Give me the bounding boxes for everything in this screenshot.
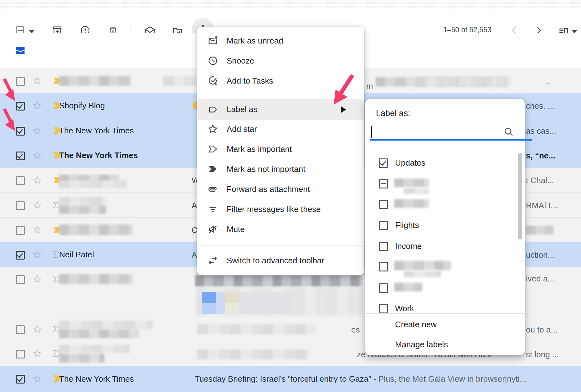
checkbox-unchecked-icon[interactable] — [379, 283, 388, 293]
popup-scrollbar-thumb[interactable] — [518, 153, 522, 240]
redacted-label — [394, 178, 429, 187]
star-icon[interactable] — [33, 374, 42, 383]
email-row-selected[interactable]: The New York Times Tuesday Briefing: Isr… — [0, 366, 581, 392]
label-option-income[interactable]: Income — [365, 237, 512, 257]
sender-name: The New York Times — [59, 126, 134, 136]
checkbox-unchecked-icon[interactable] — [379, 262, 388, 271]
thumbnail-block — [239, 292, 293, 314]
thumbnail-block — [225, 303, 239, 314]
menu-item-mark-as-unread[interactable]: Mark as unread — [197, 31, 364, 51]
snippet-fragment: uction... — [526, 250, 554, 260]
menu-item-filter-messages[interactable]: Filter messages like these — [197, 199, 364, 219]
redacted-sender — [59, 345, 130, 353]
redacted-text — [195, 275, 362, 286]
manage-labels-button[interactable]: Manage labels — [395, 340, 448, 349]
redacted-sender — [59, 321, 153, 329]
row-checkbox[interactable] — [16, 325, 25, 334]
more-options-context-menu: Mark as unread Snooze Add to Tasks — [197, 27, 364, 275]
star-icon[interactable] — [33, 274, 42, 284]
snippet-fragment: ches. ... — [526, 101, 554, 111]
gmail-inbox-screenshot: 1–50 of 52,553 Primary — [0, 0, 581, 392]
menu-item-snooze[interactable]: Snooze — [197, 51, 364, 71]
label-option-work[interactable]: Work — [365, 299, 512, 313]
label-option-redacted[interactable] — [365, 174, 512, 194]
menu-item-label: Add to Tasks — [227, 76, 273, 86]
redacted-label — [404, 271, 441, 277]
add-to-tasks-icon — [208, 75, 218, 86]
menu-item-label: Forward as attachment — [227, 184, 310, 194]
row-checkbox-checked[interactable] — [16, 251, 25, 260]
star-icon[interactable] — [33, 250, 42, 259]
subject-fragment: es — [351, 325, 360, 335]
star-icon[interactable] — [33, 151, 42, 160]
row-checkbox-checked[interactable] — [16, 152, 25, 160]
decorative-pattern — [0, 0, 581, 9]
label-option-flights[interactable]: Flights — [365, 216, 512, 236]
checkbox-unchecked-icon[interactable] — [379, 221, 388, 230]
not-important-icon — [208, 164, 218, 174]
redacted-sender — [59, 180, 126, 188]
row-checkbox[interactable] — [16, 226, 25, 235]
row-checkbox-checked[interactable] — [16, 102, 25, 111]
subject-fragment: A — [192, 201, 197, 210]
menu-item-forward-as-attachment[interactable]: Forward as attachment — [197, 179, 364, 199]
snippet-fragment: .. — [547, 76, 551, 86]
search-icon — [503, 126, 514, 137]
email-snippet: - Plus, the Met Gala View in browser|nyt… — [371, 374, 527, 384]
redacted-text — [197, 349, 309, 359]
redacted-text — [526, 226, 553, 235]
menu-divider — [197, 98, 364, 98]
important-icon — [208, 144, 218, 154]
row-checkbox[interactable] — [16, 176, 25, 185]
star-icon[interactable] — [33, 324, 42, 334]
submenu-arrow-icon — [341, 106, 346, 113]
redacted-label — [394, 283, 422, 291]
row-checkbox[interactable] — [16, 201, 25, 210]
menu-item-mute[interactable]: Mute — [197, 219, 364, 239]
checkbox-unchecked-icon[interactable] — [379, 242, 388, 251]
label-option-redacted[interactable] — [365, 278, 512, 298]
menu-item-add-to-tasks[interactable]: Add to Tasks — [197, 71, 364, 91]
label-option-updates[interactable]: Updates — [365, 153, 512, 173]
thumbnail-block — [202, 292, 216, 303]
subject-fragment: C — [192, 225, 198, 235]
star-icon[interactable] — [33, 200, 42, 210]
star-icon[interactable] — [33, 225, 42, 235]
row-checkbox[interactable] — [16, 350, 25, 358]
filter-icon — [208, 204, 218, 214]
label-icon — [208, 104, 218, 115]
menu-item-label: Mark as unread — [227, 36, 283, 46]
checkbox-checked-icon[interactable] — [379, 158, 388, 168]
row-checkbox[interactable] — [16, 77, 25, 86]
menu-item-label-as[interactable]: Label as — [197, 99, 364, 120]
row-checkbox-checked[interactable] — [16, 375, 25, 384]
label-option-redacted[interactable] — [365, 257, 512, 277]
checkbox-unchecked-icon[interactable] — [379, 304, 388, 313]
snippet-fragment: t Chal... — [526, 176, 554, 185]
menu-item-label: Label as — [227, 105, 257, 114]
create-new-label-button[interactable]: Create new — [395, 320, 437, 329]
redacted-label — [394, 261, 451, 270]
checkbox-unchecked-icon[interactable] — [379, 200, 388, 209]
add-star-icon — [208, 124, 218, 134]
star-icon[interactable] — [33, 126, 42, 135]
label-option-redacted[interactable] — [365, 195, 512, 215]
redacted-text — [197, 324, 316, 334]
star-icon[interactable] — [33, 349, 42, 358]
star-icon[interactable] — [33, 101, 42, 110]
star-icon[interactable] — [33, 76, 42, 85]
menu-item-label: Switch to advanced toolbar — [227, 256, 324, 266]
menu-item-add-star[interactable]: Add star — [197, 119, 364, 139]
menu-item-mark-as-important[interactable]: Mark as important — [197, 139, 364, 159]
snippet-fragment: RMATI... — [526, 201, 558, 210]
checkbox-indeterminate-icon[interactable] — [379, 179, 388, 188]
row-checkbox[interactable] — [16, 275, 25, 284]
row-checkbox-checked[interactable] — [16, 127, 25, 136]
star-icon[interactable] — [33, 175, 42, 185]
menu-item-switch-advanced-toolbar[interactable]: Switch to advanced toolbar — [197, 250, 364, 271]
mute-icon — [208, 224, 218, 235]
redacted-label — [404, 188, 429, 194]
thumbnail-block — [202, 303, 216, 314]
menu-item-mark-as-not-important[interactable]: Mark as not important — [197, 159, 364, 179]
redacted-sender — [59, 206, 106, 214]
